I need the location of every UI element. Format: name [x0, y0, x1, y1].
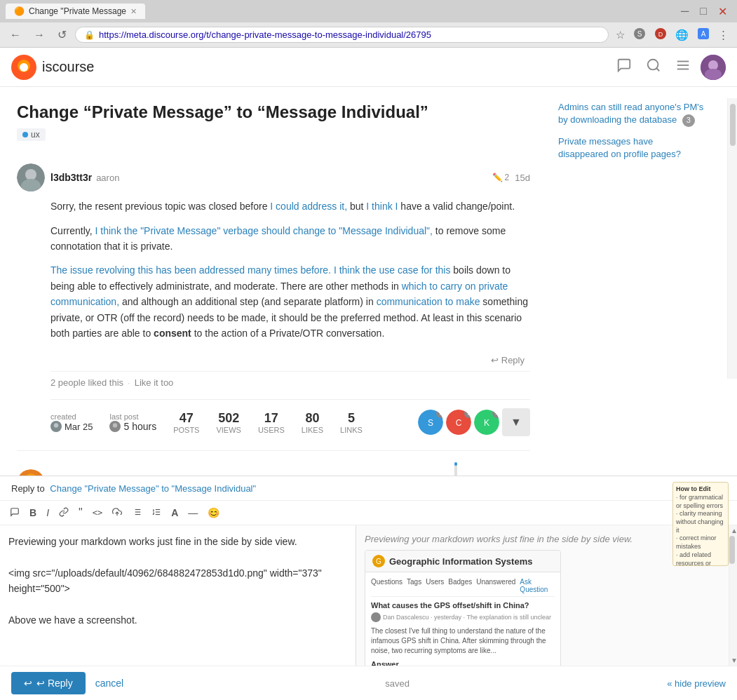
url-text: https://meta.discourse.org/t/change-priv…: [99, 29, 431, 40]
like-it-too-link[interactable]: Like it too: [135, 377, 174, 388]
post-header: l3db3tt3r aaron ✏️ 2 15d: [17, 163, 530, 191]
preview-scrollbar: ▲ ▼: [729, 525, 737, 666]
post-link-6[interactable]: communication to make: [377, 296, 480, 307]
hide-preview-button[interactable]: « hide preview: [667, 678, 726, 689]
window-maximize-button[interactable]: □: [696, 4, 711, 20]
bullet-list-toolbar-button[interactable]: [128, 504, 146, 522]
browser-menu-button[interactable]: ⋮: [715, 27, 731, 43]
avatar-1[interactable]: S 8: [418, 410, 443, 435]
topic-title: Change “Private Message” to “Message Ind…: [17, 101, 530, 123]
scrollbar-thumb[interactable]: [730, 104, 736, 146]
preview-tabs-row: Questions Tags Users Badges Unanswered A…: [371, 578, 555, 597]
numbered-list-toolbar-button[interactable]: [147, 504, 165, 522]
post-username[interactable]: l3db3tt3r: [50, 172, 92, 183]
post-paragraph-3: The issue revolving this has been addres…: [50, 262, 530, 341]
post-link-1[interactable]: I could address it,: [270, 201, 347, 212]
extension-button-4[interactable]: A: [694, 26, 712, 43]
preview-panel: Previewing your markdown works just fine…: [356, 525, 729, 666]
italic-toolbar-button[interactable]: I: [42, 504, 53, 521]
users-stat: 17 users: [258, 411, 285, 434]
last-post-value: 5 hours: [109, 421, 156, 432]
chat-icon-button[interactable]: [612, 53, 636, 81]
window-close-button[interactable]: ✕: [714, 4, 731, 20]
search-icon-button[interactable]: [642, 53, 665, 81]
heading-toolbar-button[interactable]: A: [167, 504, 182, 521]
topic-category[interactable]: ux: [17, 128, 46, 141]
preview-tab-users: Users: [426, 578, 444, 593]
scrollbar-track: [727, 98, 737, 379]
extension-button-2[interactable]: D: [651, 26, 670, 43]
sidebar-link-1[interactable]: Admins can still read anyone's PM's by d…: [558, 101, 704, 127]
reply-compose: Reply to Change "Private Message" to "Me…: [0, 476, 737, 700]
preview-site-title: Geographic Information Systems: [389, 556, 532, 567]
preview-tab-ask: Ask Question: [520, 578, 555, 593]
cancel-button[interactable]: cancel: [91, 673, 128, 693]
preview-answer-label: Answer: [371, 660, 555, 666]
participant-avatars: S 8 C 8 K 4 ▼: [418, 408, 530, 436]
logo-text: iscourse: [42, 59, 94, 75]
chevron-down-icon: ▼: [511, 416, 522, 429]
preview-tab-questions: Questions: [371, 578, 403, 593]
upload-toolbar-button[interactable]: [108, 504, 126, 522]
discourse-logo[interactable]: iscourse: [11, 55, 94, 80]
extension-button-1[interactable]: S: [630, 26, 649, 43]
avatar-3[interactable]: K 4: [474, 410, 499, 435]
post-link-4[interactable]: The issue revolving this has been addres…: [50, 264, 450, 276]
address-bar[interactable]: 🔒 https://meta.discourse.org/t/change-pr…: [75, 27, 609, 43]
browser-titlebar: 🟠 Change "Private Message ✕ ─ □ ✕: [0, 0, 737, 22]
bookmark-button[interactable]: ☆: [613, 27, 628, 43]
user-avatar[interactable]: [701, 55, 726, 80]
back-button[interactable]: ←: [6, 27, 25, 43]
preview-post-meta: Dan Dascalescu · yesterday · The explana…: [383, 614, 551, 621]
posts-stat: 47 posts: [173, 411, 199, 434]
created-label: created: [50, 412, 93, 421]
compose-footer: ↩ ↩ Reply cancel saved « hide preview: [0, 666, 737, 700]
blockquote-toolbar-button[interactable]: ": [74, 504, 87, 522]
post-link-3[interactable]: I think the "Private Message" verbage sh…: [95, 225, 433, 236]
rule-toolbar-button[interactable]: —: [184, 504, 202, 521]
preview-answer-section: Answer B I · · · · · · · · · The map pro…: [371, 660, 555, 666]
last-post-stat: last post 5 hours: [109, 412, 156, 432]
reply-submit-icon: ↩: [24, 678, 32, 689]
post-likes: 2 people liked this · Like it too: [50, 371, 530, 388]
scroll-up-button[interactable]: ▲: [729, 525, 737, 536]
expand-participants-button[interactable]: ▼: [502, 408, 530, 436]
preview-body-text: The closest I've full thing to understan…: [371, 626, 555, 656]
reply-submit-button[interactable]: ↩ ↩ Reply: [11, 672, 86, 694]
post-avatar: [17, 163, 45, 191]
post-actions: ✏️ 2 15d: [492, 173, 530, 183]
code-toolbar-button[interactable]: <>: [88, 505, 107, 520]
progress-fill: [454, 462, 457, 466]
compose-header: Reply to Change "Private Message" to "Me…: [0, 476, 737, 501]
post-reply-button[interactable]: ↩ ↩ Reply Reply: [485, 352, 530, 368]
browser-tab[interactable]: 🟠 Change "Private Message ✕: [6, 4, 145, 19]
link-toolbar-button[interactable]: [55, 504, 73, 522]
svg-text:S: S: [428, 418, 433, 428]
svg-point-18: [25, 169, 36, 180]
emoji-toolbar-button[interactable]: 😊: [203, 504, 224, 521]
window-minimize-button[interactable]: ─: [677, 4, 693, 20]
forward-button[interactable]: →: [29, 27, 49, 43]
scroll-thumb[interactable]: [729, 536, 735, 564]
quote-toolbar-button[interactable]: [6, 504, 24, 522]
tab-close-icon[interactable]: ✕: [130, 7, 137, 16]
reply-to-link[interactable]: Change "Private Message" to "Message Ind…: [50, 483, 256, 494]
views-stat: 502 views: [216, 411, 241, 434]
post-meta: l3db3tt3r aaron: [50, 172, 487, 183]
svg-text:S: S: [637, 30, 642, 38]
post-body: Sorry, the resent previous topic was clo…: [50, 198, 530, 341]
extension-button-3[interactable]: 🌐: [672, 27, 691, 43]
post-link-2[interactable]: I think I: [366, 201, 398, 212]
created-date: Mar 25: [50, 421, 93, 432]
editor-textarea[interactable]: Previewing your markdown works just fine…: [0, 525, 356, 638]
avatar-2[interactable]: C 8: [446, 410, 471, 435]
svg-text:D: D: [658, 31, 663, 38]
menu-icon-button[interactable]: [671, 53, 695, 81]
preview-tab-tags: Tags: [407, 578, 421, 593]
scroll-down-button[interactable]: ▼: [729, 655, 737, 666]
editor-panel: Previewing your markdown works just fine…: [0, 525, 356, 666]
refresh-button[interactable]: ↺: [53, 27, 71, 43]
bold-toolbar-button[interactable]: B: [25, 504, 41, 521]
likes-text: 2 people liked this: [50, 377, 123, 388]
sidebar-link-2[interactable]: Private messages have disappeared on pro…: [558, 135, 704, 161]
